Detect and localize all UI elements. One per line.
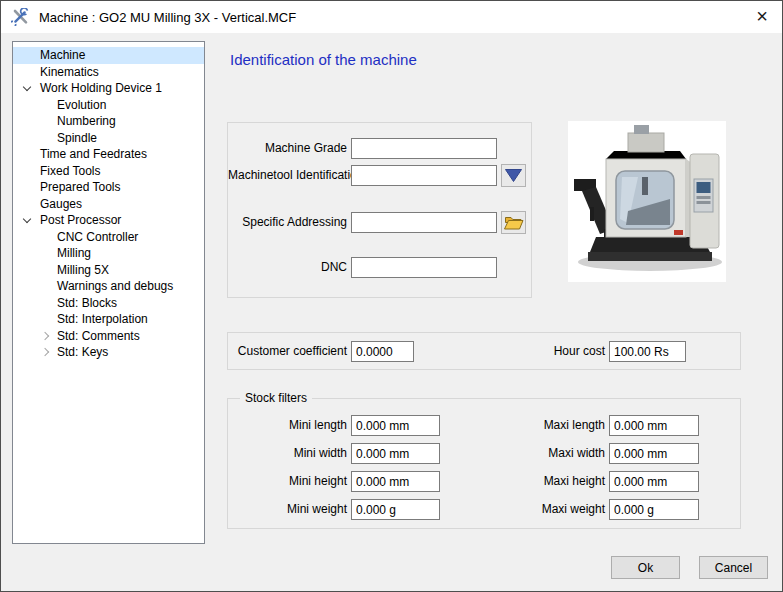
folder-open-icon (503, 214, 524, 231)
machinetool-identification-label: Machinetool Identification (228, 165, 347, 186)
sidebar-item-numbering[interactable]: Numbering (13, 113, 204, 130)
maxi-weight-label: Maxi weight (486, 499, 605, 520)
hour-cost-label: Hour cost (505, 341, 605, 362)
dnc-label: DNC (228, 257, 347, 278)
stock-filters-group: Stock filters Mini length Maxi length Mi… (227, 398, 741, 529)
sidebar-item-warnings-and-debugs[interactable]: Warnings and debugs (13, 278, 204, 295)
mini-weight-label: Mini weight (228, 499, 347, 520)
machine-dialog: Machine : GO2 MU Milling 3X - Vertical.M… (0, 0, 783, 592)
maxi-length-input[interactable] (609, 415, 699, 436)
sidebar-item-work-holding-device-1[interactable]: Work Holding Device 1 (13, 80, 204, 97)
sidebar-item-evolution[interactable]: Evolution (13, 97, 204, 114)
customer-coefficient-label: Customer coefficient (228, 341, 347, 362)
triangle-down-icon (504, 168, 523, 183)
maxi-width-label: Maxi width (486, 443, 605, 464)
identification-group: Machine Grade Machinetool Identification… (227, 122, 532, 298)
sidebar-item-spindle[interactable]: Spindle (13, 130, 204, 147)
specific-addressing-label: Specific Addressing (228, 212, 347, 233)
page-title: Identification of the machine (230, 51, 417, 68)
cancel-button[interactable]: Cancel (699, 556, 768, 579)
maxi-width-input[interactable] (609, 443, 699, 464)
sidebar-item-cnc-controller[interactable]: CNC Controller (13, 229, 204, 246)
maxi-height-label: Maxi height (486, 471, 605, 492)
close-button[interactable]: × (742, 1, 782, 32)
mini-height-input[interactable] (351, 471, 440, 492)
specific-addressing-input[interactable] (351, 212, 497, 233)
stock-filters-title: Stock filters (240, 391, 312, 405)
sidebar-item-post-processor[interactable]: Post Processor (13, 212, 204, 229)
browse-folder-button[interactable] (501, 211, 526, 234)
maxi-height-input[interactable] (609, 471, 699, 492)
dnc-input[interactable] (351, 257, 497, 278)
sidebar-item-time-and-feedrates[interactable]: Time and Feedrates (13, 146, 204, 163)
maxi-length-label: Maxi length (486, 415, 605, 436)
sidebar-item-kinematics[interactable]: Kinematics (13, 64, 204, 81)
mini-width-input[interactable] (351, 443, 440, 464)
mini-length-label: Mini length (228, 415, 347, 436)
machinetool-dropdown-button[interactable] (501, 164, 526, 187)
sidebar-item-gauges[interactable]: Gauges (13, 196, 204, 213)
title-bar: Machine : GO2 MU Milling 3X - Vertical.M… (1, 1, 782, 33)
mini-width-label: Mini width (228, 443, 347, 464)
hour-cost-input[interactable] (609, 341, 686, 362)
machine-grade-input[interactable] (351, 138, 497, 159)
mini-weight-input[interactable] (351, 499, 440, 520)
chevron-down-icon[interactable] (23, 83, 31, 91)
machinetool-identification-input[interactable] (351, 165, 497, 186)
sidebar-item-milling-5x[interactable]: Milling 5X (13, 262, 204, 279)
chevron-right-icon[interactable] (41, 331, 49, 339)
customer-coefficient-input[interactable] (351, 341, 414, 362)
mini-length-input[interactable] (351, 415, 440, 436)
costs-group: Customer coefficient Hour cost (227, 332, 741, 370)
sidebar-item-fixed-tools[interactable]: Fixed Tools (13, 163, 204, 180)
machine-settings-tree[interactable]: Machine Kinematics Work Holding Device 1… (12, 41, 205, 544)
tools-icon (11, 8, 29, 26)
sidebar-item-std-blocks[interactable]: Std: Blocks (13, 295, 204, 312)
sidebar-item-std-keys[interactable]: Std: Keys (13, 344, 204, 361)
machine-image (568, 121, 726, 282)
chevron-right-icon[interactable] (41, 348, 49, 356)
sidebar-item-std-interpolation[interactable]: Std: Interpolation (13, 311, 204, 328)
sidebar-item-prepared-tools[interactable]: Prepared Tools (13, 179, 204, 196)
sidebar-item-std-comments[interactable]: Std: Comments (13, 328, 204, 345)
window-title: Machine : GO2 MU Milling 3X - Vertical.M… (39, 10, 296, 25)
sidebar-item-milling[interactable]: Milling (13, 245, 204, 262)
maxi-weight-input[interactable] (609, 499, 699, 520)
mini-height-label: Mini height (228, 471, 347, 492)
chevron-down-icon[interactable] (23, 215, 31, 223)
sidebar-item-machine[interactable]: Machine (13, 47, 204, 64)
ok-button[interactable]: Ok (611, 556, 680, 579)
machine-grade-label: Machine Grade (228, 138, 347, 159)
